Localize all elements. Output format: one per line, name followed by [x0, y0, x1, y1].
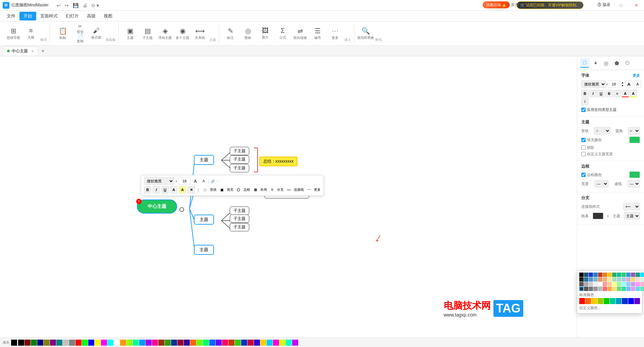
- toolbar-multi-btn[interactable]: ◉ 多个主题: [174, 24, 191, 43]
- color-cell[interactable]: [617, 287, 621, 291]
- shape-select[interactable]: ○□: [594, 127, 610, 134]
- float-size-input[interactable]: [178, 177, 191, 185]
- toolbar-insert-more-btn[interactable]: ⋯ 更多: [327, 24, 343, 43]
- font-size-up[interactable]: ▲: [621, 81, 624, 84]
- topic-node-4[interactable]: 主题: [194, 245, 214, 255]
- cb-color[interactable]: [50, 340, 56, 346]
- cb-color[interactable]: [171, 340, 177, 346]
- cb-color[interactable]: [31, 340, 37, 346]
- std-color-orange[interactable]: [585, 298, 591, 304]
- color-cell[interactable]: [622, 273, 626, 277]
- cb-color[interactable]: [267, 340, 273, 346]
- toolbar-numbering-btn[interactable]: ☰ 编号: [310, 24, 326, 43]
- cb-color[interactable]: [279, 340, 285, 346]
- toolbar-iconmark-btn[interactable]: ◎ 图标: [240, 24, 256, 43]
- color-cell[interactable]: [603, 287, 607, 291]
- color-cell[interactable]: [584, 287, 588, 291]
- border-color-btn[interactable]: [629, 171, 640, 178]
- cb-color[interactable]: [133, 340, 139, 346]
- custom-width-checkbox[interactable]: [581, 152, 586, 156]
- float-underline-btn[interactable]: U: [161, 186, 169, 193]
- std-color-red[interactable]: [579, 298, 585, 304]
- cb-color[interactable]: [158, 340, 164, 346]
- color-cell[interactable]: [636, 287, 640, 291]
- font-more-fmt-btn[interactable]: ⁝: [581, 98, 589, 105]
- color-cell[interactable]: [612, 282, 616, 286]
- float-fill-btn[interactable]: ◼: [218, 186, 225, 193]
- branch-line-color-btn[interactable]: [593, 213, 603, 219]
- color-cell[interactable]: [640, 273, 644, 277]
- cb-color[interactable]: [235, 340, 241, 346]
- cb-color[interactable]: [177, 340, 183, 346]
- color-cell[interactable]: [640, 282, 644, 286]
- border-dash-select[interactable]: —- -: [628, 180, 640, 187]
- color-cell[interactable]: [593, 277, 598, 282]
- float-toolmore-btn[interactable]: ⋯: [305, 186, 313, 193]
- cb-color[interactable]: [197, 340, 203, 346]
- toolbar-image-btn[interactable]: 🖼 图片: [257, 24, 273, 43]
- cb-color[interactable]: [228, 340, 234, 346]
- color-cell[interactable]: [636, 273, 640, 277]
- font-decrease-btn[interactable]: A: [634, 80, 641, 88]
- cb-color[interactable]: [190, 340, 196, 346]
- color-cell[interactable]: [631, 287, 635, 291]
- toolbar-mindmap-btn[interactable]: ⊞ 思维导图: [5, 24, 21, 43]
- color-cell[interactable]: [579, 273, 584, 277]
- cb-color[interactable]: [241, 340, 247, 346]
- cb-color[interactable]: [82, 340, 88, 346]
- toolbar-topic-btn[interactable]: ▣ 主题: [122, 24, 138, 43]
- color-cell[interactable]: [598, 273, 602, 277]
- std-color-teal[interactable]: [610, 298, 615, 304]
- subtopic-3-1[interactable]: 子主题: [230, 207, 249, 215]
- share-button[interactable]: ↗ 分享: [523, 2, 536, 8]
- std-color-blue[interactable]: [622, 298, 628, 304]
- font-size-down[interactable]: ▼: [621, 84, 624, 87]
- std-color-yellow[interactable]: [591, 298, 597, 304]
- color-cell[interactable]: [579, 277, 584, 282]
- font-size-input[interactable]: [608, 80, 620, 88]
- publish-button[interactable]: ⬆ 发布: [506, 2, 519, 8]
- color-cell[interactable]: [612, 287, 616, 291]
- color-cell[interactable]: [607, 282, 612, 286]
- branch-style-select[interactable]: ⟵: [623, 203, 640, 210]
- menu-view[interactable]: 视图: [100, 12, 116, 20]
- panel-tab-time[interactable]: ⏲: [623, 58, 632, 68]
- menu-page-style[interactable]: 页面样式: [36, 12, 62, 20]
- cb-color[interactable]: [184, 340, 190, 346]
- color-cell[interactable]: [626, 287, 631, 291]
- fill-color-btn[interactable]: [629, 136, 640, 143]
- subtopic-3-3[interactable]: 子主题: [230, 223, 249, 231]
- more-button[interactable]: ...: [540, 2, 543, 8]
- float-size-down-btn[interactable]: A: [200, 178, 207, 184]
- color-cell[interactable]: [631, 273, 635, 277]
- font-increase-btn[interactable]: A: [625, 80, 633, 88]
- toolbar-outline-btn[interactable]: ≡ 大纲: [23, 24, 39, 43]
- cb-color[interactable]: [18, 340, 24, 346]
- color-cell[interactable]: [617, 277, 621, 282]
- corner-select[interactable]: ⌐: [628, 127, 640, 134]
- cb-color[interactable]: [120, 340, 126, 346]
- font-more-btn[interactable]: 更多: [633, 73, 640, 78]
- color-cell[interactable]: [607, 287, 612, 291]
- color-cell[interactable]: [598, 277, 602, 282]
- cb-color[interactable]: [95, 340, 101, 346]
- color-cell[interactable]: [589, 287, 593, 291]
- float-size-up-btn[interactable]: A: [192, 178, 199, 184]
- color-cell[interactable]: [622, 277, 626, 282]
- color-cell[interactable]: [603, 273, 607, 277]
- toolbar-paste-btn[interactable]: 📋 粘贴: [53, 24, 72, 43]
- promo-button[interactable]: 优惠活动 🔥: [483, 1, 510, 8]
- canvas[interactable]: ! 中心主题 主题 主题 主题 主题 子主题 子主题 子主题 子主题 总结：xx…: [0, 56, 577, 338]
- cb-color[interactable]: [63, 340, 69, 346]
- color-cell[interactable]: [603, 277, 607, 282]
- cb-color[interactable]: [260, 340, 266, 346]
- float-font-select[interactable]: 微软雅黑: [144, 177, 174, 185]
- font-family-select[interactable]: 微软雅黑: [581, 80, 606, 88]
- italic-btn[interactable]: I: [589, 90, 597, 97]
- color-cell-selected[interactable]: [579, 287, 584, 291]
- color-cell[interactable]: [579, 282, 584, 286]
- menu-slideshow[interactable]: 幻灯片: [62, 12, 83, 20]
- color-cell[interactable]: [584, 277, 588, 282]
- cb-color[interactable]: [152, 340, 158, 346]
- float-border-btn[interactable]: ⬡: [235, 186, 242, 193]
